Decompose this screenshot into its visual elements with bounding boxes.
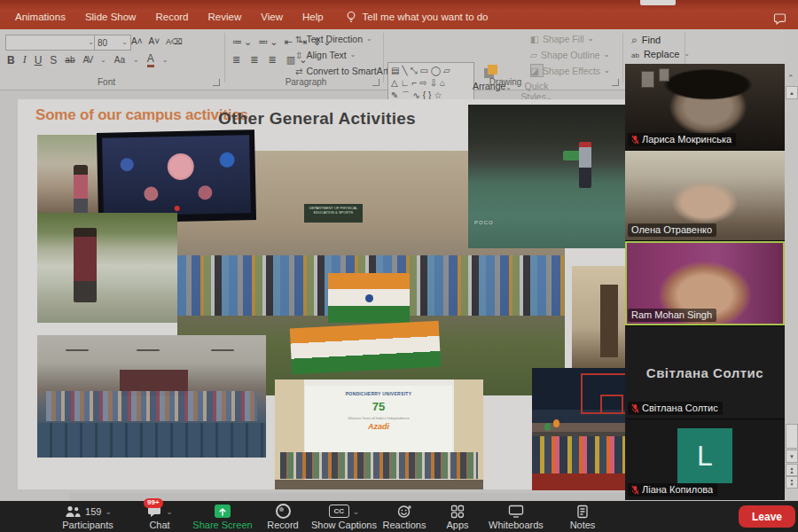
banner-title: PONDICHERRY UNIVERSITY: [305, 391, 452, 396]
video-tile-larysa[interactable]: Лариса Мокринська: [625, 64, 785, 150]
text-shadow-button[interactable]: S: [50, 54, 57, 66]
apps-button[interactable]: Apps: [436, 504, 479, 530]
photo-badminton: POCO: [468, 105, 627, 248]
ceiling-fan: [211, 349, 234, 351]
record-icon: [276, 504, 291, 519]
italic-button[interactable]: I: [23, 53, 27, 66]
banner-azadi: Azadi: [305, 422, 452, 431]
leave-button[interactable]: Leave: [739, 505, 795, 528]
whiteboards-button[interactable]: Whiteboards: [484, 504, 548, 530]
slide-heading-left: Some of our campus activities: [35, 106, 248, 124]
door: [600, 285, 618, 357]
indian-flag: [328, 273, 410, 323]
participant-center-name: Світлана Солтис: [625, 365, 785, 380]
drawing-dialog-launcher[interactable]: [612, 79, 619, 86]
clear-formatting-icon[interactable]: [166, 35, 183, 46]
participants-caret-icon[interactable]: [105, 507, 112, 516]
tv-screen: [102, 135, 251, 215]
replace-button[interactable]: Replace: [631, 49, 690, 59]
character-spacing-button[interactable]: AV: [82, 55, 92, 65]
underline-button[interactable]: U: [35, 54, 43, 66]
video-avatar: [120, 158, 133, 171]
badminton-player: [579, 142, 591, 188]
shrink-font-icon[interactable]: [149, 35, 160, 46]
menu-slide-show[interactable]: Slide Show: [75, 8, 146, 26]
flag-chakra: [365, 294, 373, 302]
font-color-button[interactable]: A: [147, 52, 154, 67]
photo-video-call-screen: [97, 129, 256, 223]
shape-fill-icon: [530, 34, 539, 44]
video-avatar: [220, 153, 235, 168]
tell-me-label: Tell me what you want to do: [363, 12, 489, 22]
font-dialog-launcher[interactable]: [213, 79, 220, 86]
menu-animations[interactable]: Animations: [5, 8, 75, 26]
font-size-combo[interactable]: 80: [94, 35, 131, 51]
whiteboards-icon: [508, 505, 524, 518]
font-name-combo[interactable]: [5, 35, 98, 51]
shape-fill-button[interactable]: Shape Fill: [530, 34, 593, 44]
align-text-button[interactable]: Align Text: [295, 50, 356, 60]
audience-group: [46, 391, 256, 420]
reactions-button[interactable]: Reactions: [376, 504, 433, 530]
tell-me-box[interactable]: Tell me what you want to do: [346, 11, 489, 23]
change-case-button[interactable]: Aa: [114, 55, 125, 65]
scroll-up-button[interactable]: ▲: [786, 86, 798, 99]
participant-name-label: Світлана Солтис: [628, 402, 723, 415]
shape-outline-icon: [530, 50, 537, 60]
previous-slide-button[interactable]: ▲▲: [786, 464, 798, 476]
slide-heading-right: Other General Activities: [218, 109, 416, 129]
notes-button[interactable]: Notes: [559, 504, 606, 530]
shape-outline-button[interactable]: Shape Outline: [530, 50, 609, 60]
video-tile-svitlana[interactable]: Світлана Солтис Світлана Солтис: [625, 326, 785, 419]
video-avatar: [198, 185, 212, 200]
banner-floor: [275, 480, 483, 489]
wall-frame: [659, 68, 669, 82]
captions-caret-icon[interactable]: [353, 507, 360, 516]
find-button[interactable]: Find: [631, 34, 661, 46]
poco-watermark: POCO: [474, 220, 494, 225]
menu-help[interactable]: Help: [293, 8, 333, 26]
share-screen-icon: [215, 505, 231, 518]
replace-icon: [631, 49, 639, 59]
instructor-figure: [74, 228, 97, 302]
captions-icon: CC: [329, 505, 349, 518]
participants-count: 159: [85, 506, 101, 517]
shape-effects-button[interactable]: Shape Effects: [530, 66, 610, 76]
zoom-video-panel: Лариса Мокринська Олена Отравенко Ram Mo…: [625, 64, 785, 500]
share-screen-button[interactable]: Share Screen: [189, 504, 256, 530]
next-slide-button[interactable]: ▼▼: [786, 476, 798, 489]
participants-icon: [64, 505, 82, 518]
text-direction-button[interactable]: Text Direction: [295, 34, 372, 44]
grow-font-icon[interactable]: [131, 35, 143, 46]
record-button[interactable]: Record: [259, 504, 307, 530]
participants-button[interactable]: 159 Participants: [49, 504, 127, 530]
photo-auditorium: [37, 335, 266, 458]
chat-button[interactable]: 99+ Chat: [133, 504, 186, 530]
scrollbar-thumb[interactable]: [786, 424, 798, 449]
video-tile-liana[interactable]: L Ліана Копилова: [625, 419, 785, 500]
menu-view[interactable]: View: [251, 8, 293, 26]
video-avatar: [167, 153, 194, 181]
video-tile-olena[interactable]: Олена Отравенко: [625, 151, 785, 240]
paragraph-dialog-launcher[interactable]: [372, 79, 379, 86]
chat-caret-icon[interactable]: [166, 507, 173, 516]
scroll-down-button[interactable]: ▼: [786, 450, 798, 463]
speaker-figure: [74, 165, 88, 215]
muted-mic-icon: [631, 485, 639, 495]
arrange-icon: [488, 65, 497, 74]
video-tile-ram-active-speaker[interactable]: Ram Mohan Singh: [625, 241, 785, 325]
menu-review[interactable]: Review: [199, 8, 252, 26]
comments-icon[interactable]: [773, 13, 786, 25]
collapse-ribbon-icon[interactable]: ⌃: [787, 74, 794, 82]
bold-button[interactable]: B: [7, 54, 15, 66]
participant-name-label: Ram Mohan Singh: [628, 309, 716, 322]
strikethrough-button[interactable]: ab: [65, 55, 74, 65]
smartart-icon: [295, 66, 302, 76]
participant-name-label: Олена Отравенко: [628, 223, 716, 237]
show-captions-button[interactable]: CC Show Captions: [303, 504, 385, 530]
balloon: [544, 423, 551, 431]
lightbulb-icon: [346, 11, 356, 23]
ceiling-fan: [137, 349, 160, 351]
menu-record[interactable]: Record: [145, 8, 198, 26]
reactions-icon: [397, 505, 412, 519]
